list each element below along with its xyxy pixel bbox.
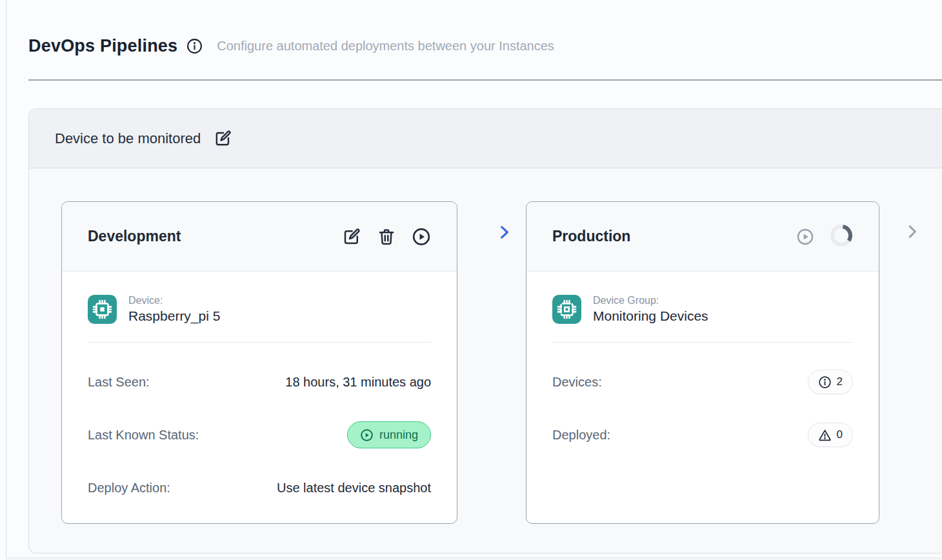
run-pipeline-icon[interactable] — [412, 227, 431, 246]
device-group-row: Device Group: Monitoring Devices — [552, 295, 853, 324]
content-left-divider — [6, 0, 6, 560]
pipeline-connector-chevron-icon — [495, 223, 514, 242]
info-circle-icon — [818, 375, 832, 389]
production-card-header: Production — [526, 202, 879, 272]
production-title: Production — [552, 228, 796, 245]
chip-group-icon — [552, 295, 581, 324]
devices-label: Devices: — [552, 375, 602, 390]
deploy-action-label: Deploy Action: — [88, 481, 170, 495]
status-row: Last Known Status: running — [88, 421, 431, 448]
production-card-body: Device Group: Monitoring Devices Devices… — [526, 272, 879, 448]
status-text: running — [379, 428, 418, 442]
run-pipeline-disabled-icon — [796, 228, 814, 246]
page-header: DevOps Pipelines Configure automated dep… — [28, 36, 942, 56]
production-card: Production — [526, 201, 879, 524]
deploy-action-value: Use latest device snapshot — [277, 481, 431, 495]
pipeline-name: Device to be monitored — [55, 130, 201, 147]
pipeline-panel-header: Device to be monitored — [29, 109, 942, 168]
deployed-count: 0 — [837, 428, 843, 441]
device-row: Device: Raspberry_pi 5 — [88, 295, 431, 324]
devices-row: Devices: 2 — [552, 368, 853, 395]
devices-count-pill[interactable]: 2 — [808, 370, 853, 394]
last-seen-label: Last Seen: — [88, 375, 150, 390]
devices-count: 2 — [837, 375, 843, 388]
delete-icon[interactable] — [377, 227, 396, 246]
header-divider — [28, 79, 942, 81]
edit-icon[interactable] — [342, 227, 361, 246]
next-section-top-edge — [6, 557, 942, 560]
deploy-action-row: Deploy Action: Use latest device snapsho… — [88, 474, 431, 501]
development-title: Development — [88, 228, 342, 245]
pipeline-panel: Device to be monitored Development — [28, 108, 942, 554]
device-info: Device: Raspberry_pi 5 — [128, 295, 220, 324]
page-subtitle: Configure automated deployments between … — [217, 39, 554, 54]
edit-pipeline-icon[interactable] — [214, 129, 232, 148]
development-card: Development — [61, 201, 457, 524]
scroll-next-chevron-icon[interactable] — [903, 222, 922, 241]
device-group-label: Device Group: — [593, 295, 708, 306]
production-actions — [796, 224, 853, 250]
card-divider — [552, 342, 853, 343]
deployed-row: Deployed: 0 — [552, 421, 853, 448]
warning-triangle-icon — [818, 428, 832, 442]
last-seen-value: 18 hours, 31 minutes ago — [285, 375, 431, 390]
devops-pipelines-screen: DevOps Pipelines Configure automated dep… — [0, 0, 942, 560]
deployed-label: Deployed: — [552, 428, 610, 443]
device-group-info: Device Group: Monitoring Devices — [593, 295, 708, 324]
last-seen-row: Last Seen: 18 hours, 31 minutes ago — [88, 368, 431, 395]
play-circle-icon — [360, 428, 374, 442]
status-badge: running — [347, 421, 431, 448]
development-actions — [342, 227, 431, 246]
development-card-header: Development — [62, 202, 457, 272]
loading-spinner-icon — [830, 224, 853, 250]
device-name: Raspberry_pi 5 — [128, 308, 220, 324]
device-label: Device: — [128, 295, 220, 306]
info-icon[interactable] — [186, 38, 203, 54]
chip-icon — [88, 295, 117, 324]
development-card-body: Device: Raspberry_pi 5 Last Seen: 18 hou… — [62, 272, 457, 501]
device-group-name: Monitoring Devices — [593, 308, 708, 324]
page-title: DevOps Pipelines — [28, 36, 177, 56]
deployed-count-pill[interactable]: 0 — [808, 423, 853, 447]
status-label: Last Known Status: — [88, 428, 199, 443]
card-divider — [88, 342, 431, 343]
